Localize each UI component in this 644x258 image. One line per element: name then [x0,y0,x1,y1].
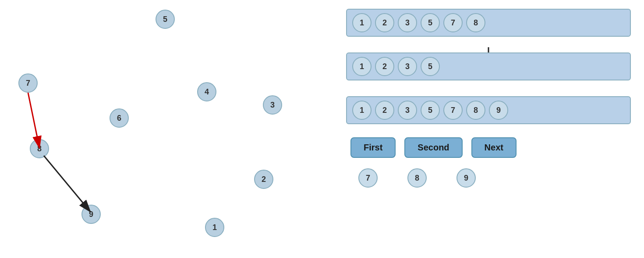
node-2: 2 [254,170,273,189]
node-7: 7 [18,73,38,93]
node-1: 1 [205,218,224,237]
right-panel: 123578 1235 1235789 FirstSecondNext 789 [346,9,631,188]
array-row-1: 123578 [346,9,631,37]
bottom-label-7: 7 [358,168,378,188]
array-node-5: 5 [421,57,440,76]
bottom-label-8: 8 [407,168,427,188]
node-6: 6 [110,108,129,128]
array-node-5: 5 [421,13,440,32]
array-node-3: 3 [398,13,417,32]
buttons-row: FirstSecondNext [350,137,631,158]
node-3: 3 [263,95,282,115]
node-4: 4 [197,82,216,101]
array-node-9: 9 [489,101,508,120]
array-node-1: 1 [352,101,372,120]
node-9: 9 [81,205,101,224]
btn-next[interactable]: Next [471,137,517,158]
arrow-down-1 [346,37,631,52]
array-node-3: 3 [398,57,417,76]
array-node-2: 2 [375,13,394,32]
node-8: 8 [30,139,49,158]
svg-line-4 [44,156,90,212]
array-node-2: 2 [375,101,394,120]
array-node-5: 5 [421,101,440,120]
array-node-1: 1 [352,13,372,32]
btn-first[interactable]: First [350,137,396,158]
array-node-8: 8 [466,13,485,32]
btn-second[interactable]: Second [404,137,462,158]
bottom-label-9: 9 [456,168,476,188]
array-node-7: 7 [443,101,463,120]
arrow-down-2 [346,80,631,96]
array-row-3: 1235789 [346,96,631,124]
array-node-8: 8 [466,101,485,120]
array-node-3: 3 [398,101,417,120]
array-row-2: 1235 [346,52,631,80]
array-node-2: 2 [375,57,394,76]
node-5: 5 [156,10,175,29]
labels-row: 789 [358,168,631,188]
array-node-1: 1 [352,57,372,76]
array-node-7: 7 [443,13,463,32]
